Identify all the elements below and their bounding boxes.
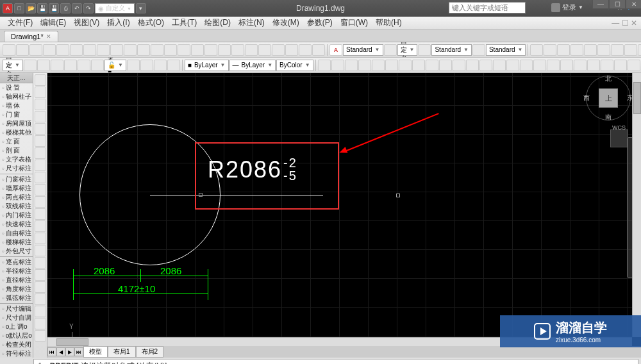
tb1b-ico-1[interactable] xyxy=(544,44,556,56)
left-item-lp-a-7[interactable]: 剖 面 xyxy=(0,146,33,155)
menu-view[interactable]: 视图(V) xyxy=(70,17,103,28)
tab-drawing1[interactable]: Drawing1* ✕ xyxy=(4,31,58,42)
workspace-combo[interactable]: ◉ 自定义 ▼ xyxy=(95,3,135,13)
left-item-lp-d-0[interactable]: 尺寸编辑 xyxy=(0,304,33,313)
redo-icon[interactable]: ↷ xyxy=(83,3,94,13)
mdi-controls[interactable]: — ☐ ✕ xyxy=(608,19,641,28)
toolcol-ico-20[interactable] xyxy=(35,318,46,329)
toolcol-ico-9[interactable] xyxy=(35,184,46,195)
tb2-ico-21[interactable] xyxy=(601,60,613,71)
left-item-lp-a-5[interactable]: 楼梯其他 xyxy=(0,128,33,137)
tb2-ico-17[interactable] xyxy=(547,60,560,71)
tb1-ico-15[interactable] xyxy=(204,44,217,56)
table-style-combo[interactable]: Standard▼ xyxy=(431,44,472,56)
left-item-lp-d-4[interactable]: 检查关闭 xyxy=(0,340,33,349)
tab-layout1[interactable]: 布局1 xyxy=(108,346,136,358)
tb1b-ico-5[interactable] xyxy=(597,44,610,56)
new-icon[interactable]: □ xyxy=(14,3,24,13)
toolcol-ico-0[interactable] xyxy=(35,74,46,86)
layer-combo[interactable]: ◉ ☀ 🔓 ■ 0▼ xyxy=(104,60,126,71)
left-item-lp-d-5[interactable]: 符号标注 xyxy=(0,349,33,358)
viewcube-top[interactable]: 上 xyxy=(599,88,618,108)
menu-insert[interactable]: 插入(I) xyxy=(103,17,133,28)
tb1-ico-11[interactable] xyxy=(151,44,163,56)
tb1-ico-2[interactable] xyxy=(29,44,42,56)
tb1-ico-21[interactable] xyxy=(285,44,298,56)
toolcol-ico-11[interactable] xyxy=(35,208,46,220)
tb1b-ico-3[interactable] xyxy=(570,44,583,56)
toolcol-ico-18[interactable] xyxy=(35,294,46,305)
tb1-ico-3[interactable] xyxy=(43,44,56,56)
toolcol-ico-3[interactable] xyxy=(35,111,46,122)
layer2-ico-0[interactable] xyxy=(127,60,140,71)
toolcol-ico-1[interactable] xyxy=(35,87,46,98)
tb2-ico-16[interactable] xyxy=(533,60,546,71)
help-search[interactable] xyxy=(449,2,526,13)
qat-more-icon[interactable]: ▾ xyxy=(136,3,146,13)
layer-ico-4[interactable] xyxy=(78,60,90,71)
left-item-lp-a-3[interactable]: 门 窗 xyxy=(0,110,33,119)
toolcol-ico-7[interactable] xyxy=(35,160,46,171)
toolcol-ico-2[interactable] xyxy=(35,99,46,110)
left-item-lp-c-2[interactable]: 直径标注 xyxy=(0,276,33,285)
left-item-lp-d-3[interactable]: o默认层o xyxy=(0,331,33,340)
left-item-lp-a-6[interactable]: 立 面 xyxy=(0,137,33,146)
command-line[interactable]: A▸ DDEDIT 选择注释对象或 [放弃(U)]: xyxy=(33,359,638,364)
tb1-ico-5[interactable] xyxy=(70,44,83,56)
search-input[interactable] xyxy=(449,2,526,13)
left-item-lp-c-4[interactable]: 弧弦标注 xyxy=(0,294,33,302)
save-icon[interactable]: 💾 xyxy=(37,3,47,13)
tb2-ico-11[interactable] xyxy=(466,60,479,71)
text-style-combo[interactable]: Standard▼ xyxy=(343,44,383,56)
left-item-lp-b-1[interactable]: 墙厚标注 xyxy=(0,184,33,193)
tb2-ico-0[interactable] xyxy=(318,60,331,71)
menu-tools[interactable]: 工具(T) xyxy=(168,17,201,28)
left-item-lp-b-5[interactable]: 快速标注 xyxy=(0,220,33,229)
toolcol-ico-17[interactable] xyxy=(35,281,46,293)
plot-icon[interactable]: ⎙ xyxy=(60,3,71,13)
text-style-icon[interactable]: A xyxy=(329,44,342,56)
table-style-icon[interactable] xyxy=(418,44,431,56)
menu-file[interactable]: 文件(F) xyxy=(4,17,37,28)
left-item-lp-a-4[interactable]: 房间屋顶 xyxy=(0,119,33,128)
layer-filter-combo[interactable]: 自定义▼ xyxy=(3,60,23,71)
menu-edit[interactable]: 编辑(E) xyxy=(37,17,70,28)
tb1b-ico-0[interactable] xyxy=(530,44,543,56)
tb2-ico-6[interactable] xyxy=(399,60,412,71)
tb2-ico-19[interactable] xyxy=(574,60,587,71)
tb1-ico-18[interactable] xyxy=(245,44,258,56)
window-minimize[interactable]: — xyxy=(592,0,609,9)
tb2-ico-9[interactable] xyxy=(439,60,452,71)
left-item-lp-b-7[interactable]: 楼梯标注 xyxy=(0,238,33,247)
tb2-ico-8[interactable] xyxy=(426,60,438,71)
dim-style-combo[interactable]: 自定义▼ xyxy=(397,44,418,56)
tb2-ico-3[interactable] xyxy=(358,60,371,71)
nav-wheel[interactable] xyxy=(610,129,628,147)
tb1-ico-23[interactable] xyxy=(312,44,325,56)
tb2-ico-15[interactable] xyxy=(520,60,533,71)
layer2-ico-2[interactable] xyxy=(154,60,167,71)
toolcol-ico-12[interactable] xyxy=(35,220,46,232)
toolcol-ico-8[interactable] xyxy=(35,172,46,183)
ml-style-combo[interactable]: Standard▼ xyxy=(486,44,526,56)
tb1b-ico-4[interactable] xyxy=(584,44,597,56)
layer-ico-3[interactable] xyxy=(64,60,77,71)
left-panel-header[interactable]: 天正... xyxy=(0,73,33,83)
left-item-lp-b-4[interactable]: 内门标注 xyxy=(0,211,33,220)
menu-format[interactable]: 格式(O) xyxy=(134,17,168,28)
tab-scroll-last[interactable]: ⏭ xyxy=(74,347,83,356)
toolcol-ico-10[interactable] xyxy=(35,196,46,208)
layer-ico-0[interactable] xyxy=(24,60,37,71)
tb1-ico-6[interactable] xyxy=(83,44,96,56)
tb1-ico-12[interactable] xyxy=(164,44,177,56)
tb1-ico-19[interactable] xyxy=(258,44,271,56)
toolcol-ico-19[interactable] xyxy=(35,306,46,317)
tb2-ico-23[interactable] xyxy=(628,60,640,71)
tab-close-icon[interactable]: ✕ xyxy=(46,33,51,40)
toolcol-ico-14[interactable] xyxy=(35,245,46,256)
lineweight-combo[interactable]: ByColor▼ xyxy=(276,60,313,71)
tb2-ico-13[interactable] xyxy=(493,60,506,71)
tb1-ico-16[interactable] xyxy=(218,44,231,56)
tb1-ico-22[interactable] xyxy=(299,44,312,56)
menu-parametric[interactable]: 参数(P) xyxy=(303,17,337,28)
